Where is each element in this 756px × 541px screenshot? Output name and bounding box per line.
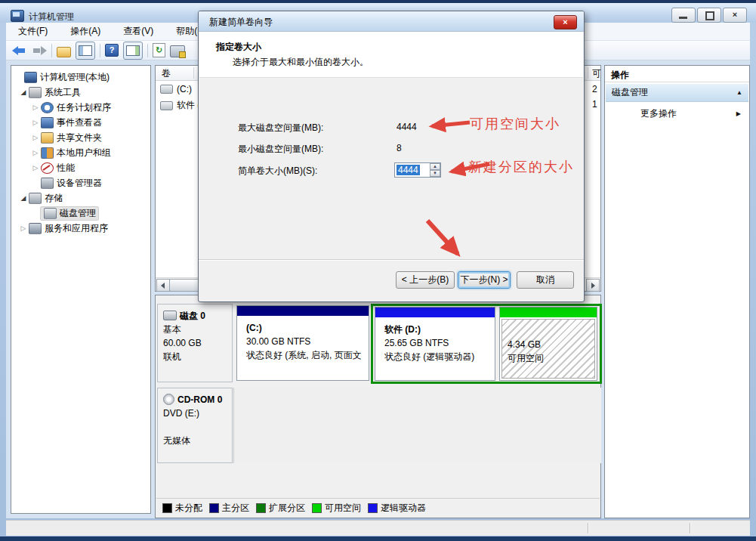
disk-graph-panel: 磁盘 0 基本 60.00 GB 联机 (C:) 30.00 GB NTFS 状…: [155, 295, 601, 518]
task-scheduler-icon: [41, 102, 54, 113]
toolbar-separator: [100, 44, 100, 57]
expander-closed-icon[interactable]: [31, 149, 40, 156]
next-step-button[interactable]: 下一步(N) >: [458, 271, 511, 289]
legend-item: 未分配: [162, 502, 202, 515]
performance-icon: [41, 162, 54, 174]
expander-closed-icon[interactable]: [31, 134, 40, 141]
expander-open-icon[interactable]: [19, 88, 28, 96]
dialog-title-bar[interactable]: 新建简单卷向导 ×: [199, 11, 584, 32]
legend-unallocated-swatch: [162, 503, 172, 513]
actions-title: 操作: [605, 66, 749, 82]
restore-icon: [705, 11, 714, 20]
disk0-size: 60.00 GB: [163, 336, 232, 350]
tree-selection: 磁盘管理: [40, 206, 99, 221]
expander-closed-icon[interactable]: [31, 104, 40, 111]
dialog-header: 指定卷大小 选择介于最大和最小值的卷大小。: [199, 32, 583, 78]
export-list-icon[interactable]: [170, 45, 185, 57]
legend-item: 逻辑驱动器: [368, 502, 426, 515]
menu-action[interactable]: 操作(A): [66, 23, 105, 39]
spin-down-icon[interactable]: ▼: [430, 170, 440, 177]
partition-d-colorbar: [375, 308, 495, 317]
tree-item-shared-folders[interactable]: 共享文件夹: [11, 130, 150, 145]
dialog-subheading: 选择介于最大和最小值的卷大小。: [233, 56, 369, 69]
tree-item-local-users[interactable]: 本地用户和组: [11, 145, 150, 160]
submenu-arrow-icon: ▶: [736, 110, 741, 117]
disk0-type: 基本: [163, 323, 232, 336]
tree-item-event-viewer[interactable]: 事件查看器: [11, 115, 150, 130]
show-action-pane-button[interactable]: [123, 42, 143, 60]
disk0-name: 磁盘 0: [180, 311, 205, 321]
dialog-title: 新建简单卷向导: [209, 17, 273, 27]
refresh-icon[interactable]: ↻: [153, 43, 165, 57]
cdrom-empty-area: [233, 388, 601, 463]
console-tree-icon: [79, 45, 92, 56]
disk-drive-icon: [163, 311, 177, 320]
volume-row-d-free: 1: [592, 99, 597, 110]
local-users-icon: [41, 147, 54, 159]
collapse-icon[interactable]: ▲: [736, 89, 742, 96]
actions-section-disk-management[interactable]: 磁盘管理 ▲: [606, 84, 748, 102]
disk0-label-cell[interactable]: 磁盘 0 基本 60.00 GB 联机: [157, 304, 233, 382]
annotation-available-space: 可用空间大小: [470, 115, 560, 133]
column-free[interactable]: 可: [592, 67, 601, 80]
partition-c-colorbar: [237, 306, 369, 316]
cdrom-name: CD-ROM 0: [177, 394, 222, 405]
shared-folders-icon: [41, 132, 54, 144]
volume-icon: [160, 101, 173, 110]
column-volume[interactable]: 卷: [162, 67, 171, 80]
disk0-status: 联机: [163, 350, 232, 363]
partition-d[interactable]: 软件 (D:) 25.65 GB NTFS 状态良好 (逻辑驱动器): [375, 307, 495, 381]
min-space-value: 8: [397, 143, 402, 153]
annotation-new-partition: 新建分区的大小: [468, 158, 574, 176]
cdrom-type: DVD (E:): [163, 407, 232, 420]
tree-item-computer-management[interactable]: 计算机管理(本地): [11, 70, 150, 85]
volume-size-input[interactable]: 4444 ▲ ▼: [394, 162, 441, 178]
tree-item-task-scheduler[interactable]: 任务计划程序: [11, 100, 150, 115]
spin-up-icon[interactable]: ▲: [430, 163, 440, 170]
dialog-close-button[interactable]: ×: [554, 15, 577, 29]
forward-icon[interactable]: [32, 44, 47, 57]
action-pane-icon: [126, 45, 140, 56]
dialog-heading: 指定卷大小: [216, 41, 261, 54]
tree-item-device-manager[interactable]: 设备管理器: [11, 175, 150, 190]
expander-closed-icon[interactable]: [31, 119, 40, 126]
computer-icon: [24, 72, 37, 83]
partition-c[interactable]: (C:) 30.00 GB NTFS 状态良好 (系统, 启动, 页面文: [236, 305, 369, 381]
free-space-region[interactable]: 4.34 GB 可用空间: [499, 307, 597, 381]
cdrom-status: 无媒体: [163, 434, 232, 447]
close-button[interactable]: ×: [723, 8, 747, 23]
back-icon[interactable]: [12, 44, 27, 57]
menu-file[interactable]: 文件(F): [14, 23, 52, 39]
free-space-status: 可用空间: [508, 351, 595, 365]
volume-size-label: 简单卷大小(MB)(S):: [238, 165, 317, 178]
menu-view[interactable]: 查看(V): [119, 23, 158, 39]
tree-item-performance[interactable]: 性能: [11, 160, 150, 175]
volume-row-c-free: 2: [592, 84, 597, 94]
tree-item-disk-management[interactable]: 磁盘管理: [11, 206, 150, 221]
cdrom-label-cell[interactable]: CD-ROM 0 DVD (E:) 无媒体: [157, 388, 233, 463]
back-step-button[interactable]: < 上一步(B): [396, 271, 455, 289]
cdrom-icon: [163, 394, 174, 405]
tree-item-storage[interactable]: 存储: [11, 190, 150, 206]
tree-item-system-tools[interactable]: 系统工具: [11, 85, 150, 100]
restore-button[interactable]: [697, 8, 721, 23]
partition-c-name: (C:): [246, 323, 262, 333]
scroll-left-icon[interactable]: [156, 279, 170, 292]
help-icon[interactable]: ?: [105, 44, 119, 57]
tree-item-services-apps[interactable]: 服务和应用程序: [11, 221, 150, 236]
expander-open-icon[interactable]: [19, 194, 28, 202]
cancel-button[interactable]: 取消: [517, 271, 574, 289]
show-console-tree-button[interactable]: [76, 42, 95, 60]
expander-closed-icon[interactable]: [31, 164, 40, 172]
more-actions-item[interactable]: 更多操作 ▶: [606, 105, 748, 122]
status-bar: [6, 520, 750, 536]
minimize-button[interactable]: [671, 8, 696, 23]
console-tree: 计算机管理(本地) 系统工具 任务计划程序 事件查看器 共享文件夹 本地用户和组…: [11, 65, 151, 514]
export-folder-icon[interactable]: [57, 47, 71, 57]
device-manager-icon: [41, 178, 54, 189]
volume-row-c[interactable]: (C:): [160, 84, 192, 94]
minimize-icon: [679, 17, 687, 19]
expander-closed-icon[interactable]: [19, 224, 28, 232]
scroll-right-icon[interactable]: [586, 279, 600, 292]
legend-item: 可用空间: [312, 502, 361, 515]
